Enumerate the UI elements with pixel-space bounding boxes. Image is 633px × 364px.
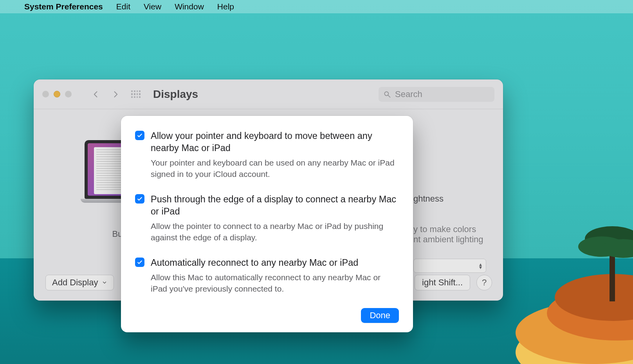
add-display-label: Add Display — [52, 278, 98, 288]
option-desc: Allow this Mac to automatically reconnec… — [151, 272, 399, 295]
night-shift-label-fragment: ight Shift... — [422, 278, 463, 288]
add-display-button[interactable]: Add Display — [45, 275, 114, 290]
menubar-item-help[interactable]: Help — [217, 2, 234, 11]
menubar: System Preferences Edit View Window Help — [0, 0, 633, 13]
brightness-label-fragment: ghtness — [413, 194, 444, 204]
chevron-down-icon — [102, 280, 107, 285]
menubar-item-window[interactable]: Window — [175, 2, 204, 11]
truetone-desc-fragment-2: nt ambient lighting — [413, 234, 483, 245]
option-title: Push through the edge of a display to co… — [151, 193, 399, 218]
option-auto-reconnect: Automatically reconnect to any nearby Ma… — [135, 257, 399, 295]
night-shift-button[interactable]: ight Shift... — [415, 275, 470, 290]
done-button[interactable]: Done — [361, 308, 399, 323]
option-title: Automatically reconnect to any nearby Ma… — [151, 257, 399, 269]
option-title: Allow your pointer and keyboard to move … — [151, 130, 399, 154]
universal-control-sheet: Allow your pointer and keyboard to move … — [121, 116, 413, 332]
help-label: ? — [482, 278, 487, 288]
checkbox-push-through-edge[interactable] — [135, 194, 144, 204]
option-desc: Your pointer and keyboard can be used on… — [151, 157, 399, 180]
checkbox-auto-reconnect[interactable] — [135, 258, 144, 267]
dropdown-fragment[interactable]: ▴▾ — [413, 259, 486, 273]
option-desc: Allow the pointer to connect to a nearby… — [151, 221, 399, 243]
svg-point-6 — [578, 236, 625, 257]
menubar-item-view[interactable]: View — [144, 2, 161, 11]
stepper-icon: ▴▾ — [479, 263, 482, 269]
svg-point-5 — [585, 226, 633, 251]
option-allow-pointer-keyboard: Allow your pointer and keyboard to move … — [135, 130, 399, 180]
checkbox-allow-pointer-keyboard[interactable] — [135, 131, 144, 140]
menubar-app-name[interactable]: System Preferences — [24, 2, 103, 11]
truetone-desc-fragment-1: y to make colors — [413, 224, 476, 234]
menubar-item-edit[interactable]: Edit — [116, 2, 130, 11]
svg-point-7 — [602, 239, 633, 258]
help-button[interactable]: ? — [476, 275, 492, 290]
option-push-through-edge: Push through the edge of a display to co… — [135, 193, 399, 243]
